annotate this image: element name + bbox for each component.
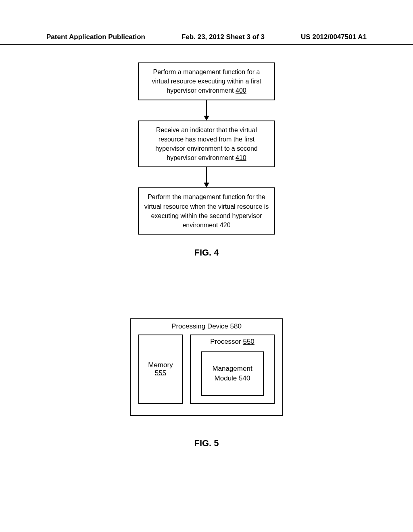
arrow-down-icon (204, 167, 209, 187)
arrow-down-icon (204, 100, 209, 121)
mgmt-ref: 540 (239, 374, 250, 382)
flow-step-text: Perform the management function for the … (144, 193, 269, 229)
device-ref: 580 (230, 322, 242, 330)
figure-5: Processing Device 580 Memory 555 Process… (0, 318, 413, 449)
flow-step-ref: 410 (236, 154, 246, 161)
flow-step-420: Perform the management function for the … (138, 187, 275, 235)
flow-step-ref: 420 (220, 222, 231, 229)
flow-step-400: Perform a management function for a virt… (138, 62, 275, 100)
figure-5-label: FIG. 5 (194, 438, 219, 449)
header-publication: Patent Application Publication (46, 33, 145, 41)
device-label-text: Processing Device (171, 322, 230, 330)
header-date-sheet: Feb. 23, 2012 Sheet 3 of 3 (181, 33, 265, 41)
processing-device-box: Processing Device 580 Memory 555 Process… (130, 318, 283, 416)
flow-step-ref: 400 (236, 87, 246, 94)
figure-4-label: FIG. 4 (194, 247, 219, 258)
processor-box: Processor 550 Management Module 540 (190, 335, 275, 404)
page-header: Patent Application Publication Feb. 23, … (0, 33, 413, 45)
memory-ref: 555 (155, 369, 166, 377)
header-pub-number: US 2012/0047501 A1 (301, 33, 367, 41)
processor-ref: 550 (243, 338, 254, 345)
mgmt-line1: Management (212, 364, 252, 374)
flow-step-410: Receive an indicator that the virtual re… (138, 121, 275, 168)
processor-title: Processor 550 (210, 338, 254, 346)
memory-box: Memory 555 (138, 335, 183, 404)
management-module-box: Management Module 540 (201, 351, 264, 396)
processor-label-text: Processor (210, 338, 243, 345)
mgmt-line2-text: Module (215, 374, 239, 382)
mgmt-line2-wrap: Module 540 (215, 374, 250, 383)
figure-4: Perform a management function for a virt… (0, 62, 413, 258)
memory-label: Memory (148, 361, 173, 369)
processing-device-title: Processing Device 580 (138, 322, 275, 330)
